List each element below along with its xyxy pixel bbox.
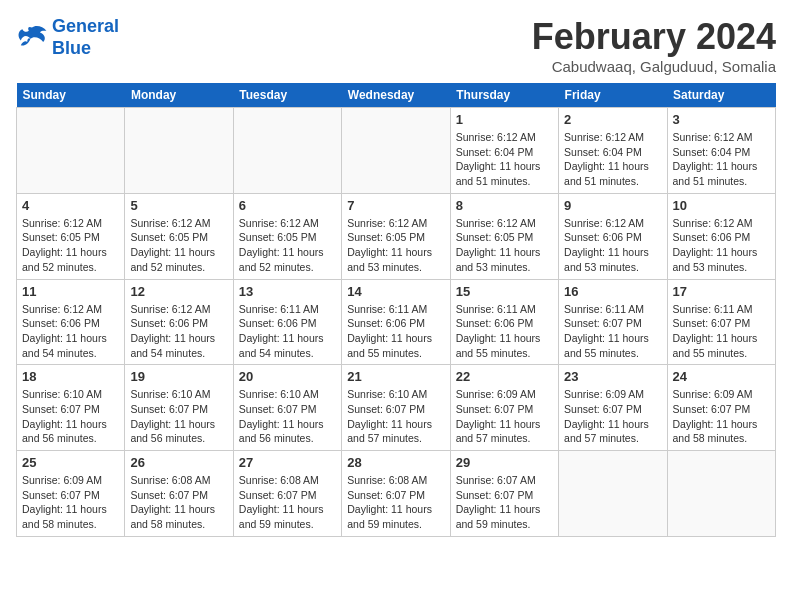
day-number: 26 bbox=[130, 455, 227, 470]
day-number: 12 bbox=[130, 284, 227, 299]
day-number: 2 bbox=[564, 112, 661, 127]
calendar-cell: 28Sunrise: 6:08 AMSunset: 6:07 PMDayligh… bbox=[342, 451, 450, 537]
day-info: Sunrise: 6:12 AMSunset: 6:06 PMDaylight:… bbox=[130, 302, 227, 361]
day-info: Sunrise: 6:12 AMSunset: 6:04 PMDaylight:… bbox=[564, 130, 661, 189]
header: General Blue February 2024 Cabudwaaq, Ga… bbox=[16, 16, 776, 75]
day-info: Sunrise: 6:12 AMSunset: 6:04 PMDaylight:… bbox=[456, 130, 553, 189]
location-subtitle: Cabudwaaq, Galguduud, Somalia bbox=[532, 58, 776, 75]
day-number: 10 bbox=[673, 198, 770, 213]
logo: General Blue bbox=[16, 16, 119, 59]
day-info: Sunrise: 6:10 AMSunset: 6:07 PMDaylight:… bbox=[22, 387, 119, 446]
day-number: 29 bbox=[456, 455, 553, 470]
day-number: 25 bbox=[22, 455, 119, 470]
calendar-cell: 14Sunrise: 6:11 AMSunset: 6:06 PMDayligh… bbox=[342, 279, 450, 365]
day-number: 19 bbox=[130, 369, 227, 384]
day-number: 28 bbox=[347, 455, 444, 470]
calendar-cell bbox=[342, 108, 450, 194]
day-info: Sunrise: 6:12 AMSunset: 6:05 PMDaylight:… bbox=[130, 216, 227, 275]
calendar-cell bbox=[233, 108, 341, 194]
day-info: Sunrise: 6:10 AMSunset: 6:07 PMDaylight:… bbox=[130, 387, 227, 446]
calendar-cell: 24Sunrise: 6:09 AMSunset: 6:07 PMDayligh… bbox=[667, 365, 775, 451]
calendar-cell: 23Sunrise: 6:09 AMSunset: 6:07 PMDayligh… bbox=[559, 365, 667, 451]
calendar-cell: 29Sunrise: 6:07 AMSunset: 6:07 PMDayligh… bbox=[450, 451, 558, 537]
logo-bird-icon bbox=[16, 24, 48, 52]
day-number: 20 bbox=[239, 369, 336, 384]
day-info: Sunrise: 6:09 AMSunset: 6:07 PMDaylight:… bbox=[456, 387, 553, 446]
day-info: Sunrise: 6:12 AMSunset: 6:05 PMDaylight:… bbox=[239, 216, 336, 275]
calendar-cell: 27Sunrise: 6:08 AMSunset: 6:07 PMDayligh… bbox=[233, 451, 341, 537]
day-number: 16 bbox=[564, 284, 661, 299]
day-number: 24 bbox=[673, 369, 770, 384]
day-info: Sunrise: 6:12 AMSunset: 6:05 PMDaylight:… bbox=[347, 216, 444, 275]
day-number: 23 bbox=[564, 369, 661, 384]
day-info: Sunrise: 6:09 AMSunset: 6:07 PMDaylight:… bbox=[564, 387, 661, 446]
calendar-cell: 21Sunrise: 6:10 AMSunset: 6:07 PMDayligh… bbox=[342, 365, 450, 451]
day-info: Sunrise: 6:11 AMSunset: 6:06 PMDaylight:… bbox=[239, 302, 336, 361]
day-number: 14 bbox=[347, 284, 444, 299]
day-info: Sunrise: 6:12 AMSunset: 6:05 PMDaylight:… bbox=[456, 216, 553, 275]
calendar-table: SundayMondayTuesdayWednesdayThursdayFrid… bbox=[16, 83, 776, 537]
col-header-wednesday: Wednesday bbox=[342, 83, 450, 108]
day-info: Sunrise: 6:08 AMSunset: 6:07 PMDaylight:… bbox=[130, 473, 227, 532]
day-number: 17 bbox=[673, 284, 770, 299]
calendar-cell bbox=[17, 108, 125, 194]
day-info: Sunrise: 6:12 AMSunset: 6:06 PMDaylight:… bbox=[564, 216, 661, 275]
calendar-cell: 19Sunrise: 6:10 AMSunset: 6:07 PMDayligh… bbox=[125, 365, 233, 451]
week-row-2: 4Sunrise: 6:12 AMSunset: 6:05 PMDaylight… bbox=[17, 193, 776, 279]
calendar-cell: 10Sunrise: 6:12 AMSunset: 6:06 PMDayligh… bbox=[667, 193, 775, 279]
day-info: Sunrise: 6:11 AMSunset: 6:06 PMDaylight:… bbox=[456, 302, 553, 361]
week-row-4: 18Sunrise: 6:10 AMSunset: 6:07 PMDayligh… bbox=[17, 365, 776, 451]
calendar-cell: 12Sunrise: 6:12 AMSunset: 6:06 PMDayligh… bbox=[125, 279, 233, 365]
calendar-cell: 4Sunrise: 6:12 AMSunset: 6:05 PMDaylight… bbox=[17, 193, 125, 279]
calendar-cell bbox=[125, 108, 233, 194]
day-number: 3 bbox=[673, 112, 770, 127]
calendar-cell: 22Sunrise: 6:09 AMSunset: 6:07 PMDayligh… bbox=[450, 365, 558, 451]
day-number: 6 bbox=[239, 198, 336, 213]
day-info: Sunrise: 6:12 AMSunset: 6:06 PMDaylight:… bbox=[673, 216, 770, 275]
day-info: Sunrise: 6:11 AMSunset: 6:07 PMDaylight:… bbox=[673, 302, 770, 361]
col-header-sunday: Sunday bbox=[17, 83, 125, 108]
logo-text: General Blue bbox=[52, 16, 119, 59]
calendar-cell: 26Sunrise: 6:08 AMSunset: 6:07 PMDayligh… bbox=[125, 451, 233, 537]
day-number: 9 bbox=[564, 198, 661, 213]
calendar-cell: 9Sunrise: 6:12 AMSunset: 6:06 PMDaylight… bbox=[559, 193, 667, 279]
day-number: 27 bbox=[239, 455, 336, 470]
calendar-cell: 13Sunrise: 6:11 AMSunset: 6:06 PMDayligh… bbox=[233, 279, 341, 365]
calendar-cell: 15Sunrise: 6:11 AMSunset: 6:06 PMDayligh… bbox=[450, 279, 558, 365]
calendar-cell: 6Sunrise: 6:12 AMSunset: 6:05 PMDaylight… bbox=[233, 193, 341, 279]
calendar-cell: 25Sunrise: 6:09 AMSunset: 6:07 PMDayligh… bbox=[17, 451, 125, 537]
day-info: Sunrise: 6:10 AMSunset: 6:07 PMDaylight:… bbox=[347, 387, 444, 446]
calendar-cell: 11Sunrise: 6:12 AMSunset: 6:06 PMDayligh… bbox=[17, 279, 125, 365]
calendar-cell bbox=[667, 451, 775, 537]
day-info: Sunrise: 6:09 AMSunset: 6:07 PMDaylight:… bbox=[22, 473, 119, 532]
week-row-1: 1Sunrise: 6:12 AMSunset: 6:04 PMDaylight… bbox=[17, 108, 776, 194]
day-number: 13 bbox=[239, 284, 336, 299]
day-info: Sunrise: 6:12 AMSunset: 6:04 PMDaylight:… bbox=[673, 130, 770, 189]
title-area: February 2024 Cabudwaaq, Galguduud, Soma… bbox=[532, 16, 776, 75]
day-info: Sunrise: 6:11 AMSunset: 6:07 PMDaylight:… bbox=[564, 302, 661, 361]
calendar-cell: 16Sunrise: 6:11 AMSunset: 6:07 PMDayligh… bbox=[559, 279, 667, 365]
day-info: Sunrise: 6:10 AMSunset: 6:07 PMDaylight:… bbox=[239, 387, 336, 446]
calendar-cell bbox=[559, 451, 667, 537]
calendar-cell: 20Sunrise: 6:10 AMSunset: 6:07 PMDayligh… bbox=[233, 365, 341, 451]
day-info: Sunrise: 6:12 AMSunset: 6:05 PMDaylight:… bbox=[22, 216, 119, 275]
calendar-cell: 18Sunrise: 6:10 AMSunset: 6:07 PMDayligh… bbox=[17, 365, 125, 451]
col-header-thursday: Thursday bbox=[450, 83, 558, 108]
day-info: Sunrise: 6:11 AMSunset: 6:06 PMDaylight:… bbox=[347, 302, 444, 361]
calendar-cell: 2Sunrise: 6:12 AMSunset: 6:04 PMDaylight… bbox=[559, 108, 667, 194]
day-number: 21 bbox=[347, 369, 444, 384]
day-number: 22 bbox=[456, 369, 553, 384]
week-row-5: 25Sunrise: 6:09 AMSunset: 6:07 PMDayligh… bbox=[17, 451, 776, 537]
calendar-cell: 3Sunrise: 6:12 AMSunset: 6:04 PMDaylight… bbox=[667, 108, 775, 194]
month-title: February 2024 bbox=[532, 16, 776, 58]
week-row-3: 11Sunrise: 6:12 AMSunset: 6:06 PMDayligh… bbox=[17, 279, 776, 365]
calendar-cell: 17Sunrise: 6:11 AMSunset: 6:07 PMDayligh… bbox=[667, 279, 775, 365]
day-number: 11 bbox=[22, 284, 119, 299]
calendar-cell: 8Sunrise: 6:12 AMSunset: 6:05 PMDaylight… bbox=[450, 193, 558, 279]
day-info: Sunrise: 6:08 AMSunset: 6:07 PMDaylight:… bbox=[239, 473, 336, 532]
calendar-cell: 7Sunrise: 6:12 AMSunset: 6:05 PMDaylight… bbox=[342, 193, 450, 279]
calendar-cell: 5Sunrise: 6:12 AMSunset: 6:05 PMDaylight… bbox=[125, 193, 233, 279]
col-header-tuesday: Tuesday bbox=[233, 83, 341, 108]
day-number: 5 bbox=[130, 198, 227, 213]
day-number: 7 bbox=[347, 198, 444, 213]
